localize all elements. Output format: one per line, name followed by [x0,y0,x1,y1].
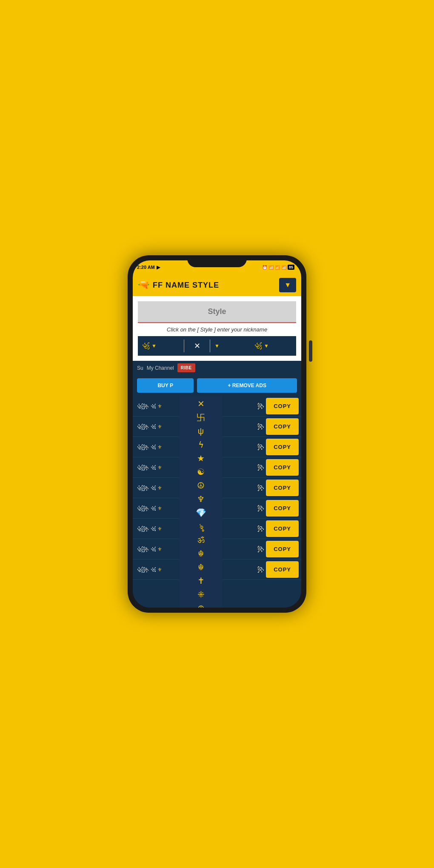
copy-button-7[interactable]: COPY [266,520,299,537]
selector-group-3: ꧁ ▼ [254,342,292,351]
symbol-item-7[interactable]: ♆ [197,495,205,503]
click-hint: Click on the [ Style ] enter your nickna… [138,326,296,333]
symbol-item-11[interactable]: ☬ [198,549,204,558]
symbol-item-2[interactable]: ψ [198,427,204,435]
copy-button-6[interactable]: COPY [266,500,299,517]
symbol-item-4[interactable]: ★ [197,454,205,463]
cross-icon: ✕ [194,341,200,351]
copy-button-1[interactable]: COPY [266,398,299,414]
top-bar: 🔫 FF NAME STYLE ▼ [133,274,301,296]
copy-button-2[interactable]: COPY [266,418,299,435]
subscribe-area: Su My Channel RIBE [133,361,301,375]
divider-1 [184,340,184,352]
selector-icon-3: ꧁ [254,342,262,351]
side-button [309,340,312,362]
symbol-item-13[interactable]: ✝ [197,577,205,585]
top-bar-left: 🔫 FF NAME STYLE [138,280,219,291]
selector-group-1: ꧁ ▼ [142,342,180,351]
copy-button-5[interactable]: COPY [266,480,299,496]
symbol-item-15[interactable]: ⊕ [197,604,205,608]
phone-screen: 2:20 AM ▶ ⏰ 📶 📶 📶 85 🔫 FF NAME STYLE ▼ C… [133,260,301,608]
main-content: ꧁꧂꧁⚜Ⓣ꧂꧂COPY꧁꧂꧁⚜s][t꧂꧂COPY꧁꧂꧁⚜Ⓣ꧂꧂COPY꧁꧂꧁⚜… [133,396,301,608]
symbol-item-12[interactable]: ☬ [198,563,204,571]
action-row: BUY P + REMOVE ADS [133,375,301,396]
status-time: 2:20 AM [137,265,155,270]
symbol-item-6[interactable]: ☮ [197,481,205,490]
notch [187,255,247,267]
symbol-item-9[interactable]: ৡ [199,522,203,531]
language-dropdown[interactable]: ▼ [279,278,296,292]
phone-frame: 2:20 AM ▶ ⏰ 📶 📶 📶 85 🔫 FF NAME STYLE ▼ C… [128,255,306,613]
alarm-icon: ⏰ [262,265,267,270]
selectors-row: ꧁ ▼ ✕ ▼ ꧁ ▼ [138,336,296,356]
selector-icon-1: ꧁ [142,342,150,351]
channel-name: My Channel [147,365,174,371]
status-right: ⏰ 📶 📶 📶 85 [262,265,294,270]
subscribe-button[interactable]: RIBE [177,363,195,372]
symbol-dropdown[interactable]: ✕卐ψϟ★☯☮♆💎ৡॐ☬☬✝⁜⊕ [180,396,222,608]
selector-group-2: ▼ [214,343,252,349]
divider-2 [210,340,210,352]
remove-ads-button[interactable]: + REMOVE ADS [197,378,297,393]
symbol-item-1[interactable]: 卐 [197,413,205,422]
gun-icon: 🔫 [138,280,149,291]
selector-arrow-3: ▼ [264,343,269,349]
copy-button-9[interactable]: COPY [266,561,299,578]
wifi-icon: 📶 [281,265,286,270]
subscribe-text: Su [137,365,143,371]
symbol-item-10[interactable]: ॐ [197,536,205,544]
battery: 85 [288,265,294,270]
signal-icon: 📶 [268,265,274,270]
play-icon: ▶ [157,265,160,270]
copy-button-4[interactable]: COPY [266,459,299,476]
app-title: FF NAME STYLE [153,281,219,290]
symbol-item-3[interactable]: ϟ [198,440,204,449]
selector-arrow-1: ▼ [151,343,157,349]
style-input[interactable] [138,301,296,323]
signal2-icon: 📶 [275,265,280,270]
symbol-item-5[interactable]: ☯ [197,468,205,476]
white-card: Click on the [ Style ] enter your nickna… [133,296,301,361]
status-left: 2:20 AM ▶ [137,265,160,270]
symbol-item-0[interactable]: ✕ [197,400,205,408]
buy-button[interactable]: BUY P [137,378,194,393]
scroll-area[interactable]: Su My Channel RIBE BUY P + REMOVE ADS ꧁꧂… [133,361,301,608]
symbol-item-8[interactable]: 💎 [196,508,206,517]
copy-button-3[interactable]: COPY [266,439,299,455]
selector-arrow-2: ▼ [214,343,220,349]
copy-button-8[interactable]: COPY [266,541,299,557]
symbol-item-14[interactable]: ⁜ [197,590,205,599]
